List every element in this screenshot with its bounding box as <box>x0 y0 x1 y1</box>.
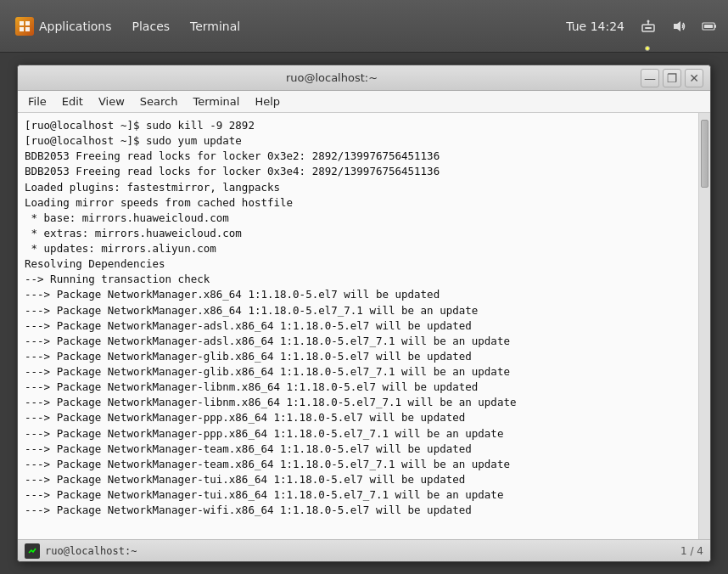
menu-bar: File Edit View Search Terminal Help <box>18 91 710 113</box>
restore-button[interactable]: ❐ <box>663 69 681 87</box>
places-label: Places <box>132 20 171 33</box>
battery-icon-btn[interactable] <box>697 14 721 38</box>
applications-icon <box>15 17 34 36</box>
status-page: 1 / 4 <box>680 545 703 557</box>
svg-rect-2 <box>20 27 24 31</box>
svg-rect-0 <box>20 21 24 25</box>
terminal-window: ruo@localhost:~ — ❐ ✕ File Edit View Sea… <box>17 65 711 562</box>
menu-help[interactable]: Help <box>248 93 287 110</box>
terminal-content[interactable]: [ruo@localhost ~]$ sudo kill -9 2892 [ru… <box>18 113 710 539</box>
terminal-output: [ruo@localhost ~]$ sudo kill -9 2892 [ru… <box>18 113 698 539</box>
window-title: ruo@localhost:~ <box>25 71 639 84</box>
menu-view[interactable]: View <box>92 93 132 110</box>
title-bar: ruo@localhost:~ — ❐ ✕ <box>18 65 710 91</box>
places-menu[interactable]: Places <box>124 14 179 38</box>
network-icon-btn[interactable] <box>636 14 660 38</box>
applications-menu[interactable]: Applications <box>7 12 120 41</box>
window-controls: — ❐ ✕ <box>639 69 703 87</box>
svg-rect-10 <box>714 25 716 28</box>
terminal-label: Terminal <box>190 20 240 33</box>
svg-rect-7 <box>645 27 652 29</box>
status-prompt: ruo@localhost:~ <box>45 545 680 557</box>
mouse-cursor <box>645 46 650 51</box>
menu-edit[interactable]: Edit <box>55 93 90 110</box>
scrollbar[interactable] <box>698 113 710 539</box>
menu-search[interactable]: Search <box>133 93 185 110</box>
svg-rect-3 <box>25 27 30 31</box>
terminal-status-icon <box>25 543 40 559</box>
minimize-button[interactable]: — <box>641 69 659 87</box>
volume-icon-btn[interactable] <box>667 14 691 38</box>
svg-rect-1 <box>25 21 30 25</box>
terminal-menu[interactable]: Terminal <box>182 14 249 38</box>
applications-label: Applications <box>39 20 112 33</box>
status-bar: ruo@localhost:~ 1 / 4 <box>18 539 710 561</box>
menu-terminal[interactable]: Terminal <box>186 93 246 110</box>
taskbar: Applications Places Terminal Tue 14:24 <box>0 0 728 53</box>
scrollbar-thumb[interactable] <box>701 120 708 188</box>
clock: Tue 14:24 <box>566 20 624 33</box>
svg-point-6 <box>647 20 650 22</box>
svg-marker-8 <box>674 21 680 31</box>
svg-rect-11 <box>704 25 713 28</box>
menu-file[interactable]: File <box>21 93 53 110</box>
close-button[interactable]: ✕ <box>685 69 703 87</box>
